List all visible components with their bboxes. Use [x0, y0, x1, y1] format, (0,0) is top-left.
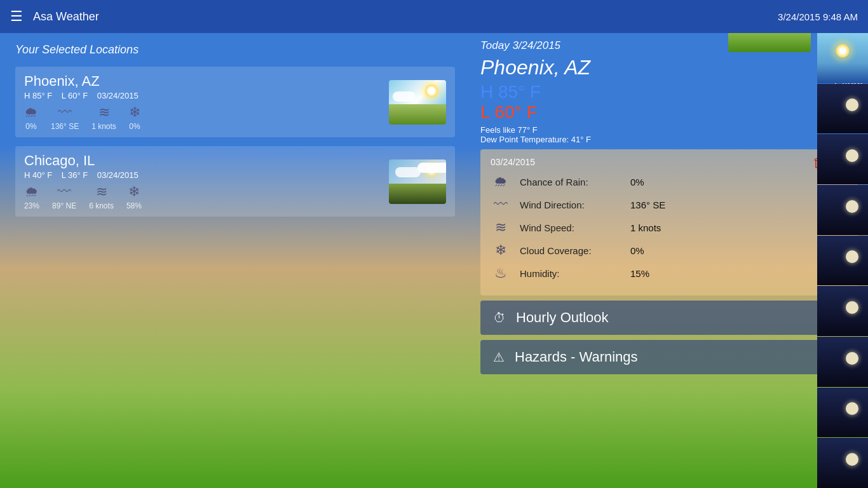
- wind-speed-value: 1 knots: [630, 222, 661, 233]
- wind-dir-value: 136° SE: [630, 200, 665, 210]
- detail-row-rain: 🌧 Chance of Rain: 0%: [491, 173, 848, 190]
- rain-value: 0%: [630, 177, 644, 187]
- datetime: 3/24/2015 9:48 AM: [778, 11, 858, 22]
- wind-dir-icon-chicago: 〰: [57, 184, 71, 200]
- hazards-label: Hazards - Warnings: [515, 349, 825, 365]
- location-thumb-chicago: [389, 159, 446, 204]
- cloud-label: Cloud Coverage:: [520, 245, 621, 256]
- temp-high: H 85° F: [480, 82, 858, 102]
- location-temps-phoenix: H 85° F L 60° F 03/24/2015: [24, 91, 383, 100]
- stat-wind-speed-chicago: ≋ 6 knots: [89, 184, 114, 210]
- detail-row-wind-dir: 〰 Wind Direction: 136° SE: [491, 196, 848, 213]
- cloud-detail-icon: ❄: [491, 242, 511, 259]
- humidity-detail-icon: ♨: [491, 265, 511, 281]
- strip-item-7[interactable]: [817, 337, 868, 387]
- wind-speed-detail-icon: ≋: [491, 219, 511, 236]
- rain-detail-icon: 🌧: [491, 173, 511, 190]
- thumbnail-strip: [817, 33, 868, 488]
- location-temps-chicago: H 40° F L 36° F 03/24/2015: [24, 170, 383, 180]
- section-title: Your Selected Locations: [15, 43, 455, 57]
- stat-wind-dir-phoenix: 〰 136° SE: [51, 104, 79, 131]
- temp-low: L 60° F: [480, 102, 858, 123]
- strip-item-6[interactable]: [817, 286, 868, 336]
- detail-date: 03/24/2015: [491, 157, 848, 167]
- weather-image-large: [728, 33, 811, 52]
- rain-label: Chance of Rain:: [520, 177, 621, 187]
- wind-speed-icon-phoenix: ≋: [98, 104, 110, 121]
- detail-row-cloud: ❄ Cloud Coverage: 0%: [491, 242, 848, 259]
- warning-icon: ⚠: [493, 349, 505, 365]
- location-stats-phoenix: 🌧 0% 〰 136° SE ≋ 1 knots ❄ 0%: [24, 104, 383, 131]
- feels-like: Feels like 77° F: [480, 125, 858, 135]
- detail-row-wind-speed: ≋ Wind Speed: 1 knots: [491, 219, 848, 236]
- city-name: Phoenix, AZ: [480, 56, 858, 79]
- rain-icon-chicago: 🌧: [25, 184, 39, 200]
- cloud-icon-phoenix: ❄: [129, 104, 140, 121]
- location-stats-chicago: 🌧 23% 〰 89° NE ≋ 6 knots ❄ 58%: [24, 184, 383, 210]
- location-name-phoenix: Phoenix, AZ: [24, 73, 383, 90]
- cloud-icon-chicago: ❄: [128, 184, 140, 200]
- clock-icon: ⏱: [493, 311, 506, 325]
- strip-item-9[interactable]: [817, 438, 868, 488]
- hourly-outlook-label: Hourly Outlook: [516, 309, 825, 326]
- stat-cloud-chicago: ❄ 58%: [126, 184, 142, 210]
- detail-panel: 03/24/2015 🗑 📌 🌧 Chance of Rain: 0% 〰 Wi…: [480, 149, 858, 295]
- stat-rain-phoenix: 🌧 0%: [24, 104, 38, 131]
- stat-wind-speed-phoenix: ≋ 1 knots: [92, 104, 116, 131]
- stat-cloud-phoenix: ❄ 0%: [129, 104, 140, 131]
- cloud-value: 0%: [630, 245, 644, 256]
- location-card-phoenix[interactable]: Phoenix, AZ H 85° F L 60° F 03/24/2015 🌧…: [15, 67, 455, 137]
- topbar: ☰ Asa Weather 3/24/2015 9:48 AM: [0, 0, 868, 33]
- right-panel: Today 3/24/2015 Phoenix, AZ H 85° F L 60…: [470, 33, 868, 488]
- strip-item-3[interactable]: [817, 134, 868, 184]
- strip-item-5[interactable]: [817, 236, 868, 286]
- strip-item-4[interactable]: [817, 185, 868, 235]
- hazards-section[interactable]: ⚠ Hazards - Warnings ∨: [480, 340, 858, 374]
- strip-item-1[interactable]: [817, 33, 868, 83]
- wind-speed-label: Wind Speed:: [520, 222, 621, 233]
- location-name-chicago: Chicago, IL: [24, 152, 383, 169]
- menu-button[interactable]: ☰: [10, 8, 23, 25]
- hourly-outlook-section[interactable]: ⏱ Hourly Outlook ∨: [480, 301, 858, 335]
- location-card-chicago[interactable]: Chicago, IL H 40° F L 36° F 03/24/2015 🌧…: [15, 146, 455, 217]
- dew-point: Dew Point Temperature: 41° F: [480, 135, 858, 144]
- stat-wind-dir-chicago: 〰 89° NE: [52, 184, 76, 210]
- detail-row-humidity: ♨ Humidity: 15%: [491, 265, 848, 281]
- strip-item-8[interactable]: [817, 388, 868, 438]
- wind-dir-label: Wind Direction:: [520, 200, 621, 210]
- left-panel: Your Selected Locations Phoenix, AZ H 85…: [0, 33, 470, 488]
- strip-item-2[interactable]: [817, 84, 868, 134]
- wind-dir-detail-icon: 〰: [491, 196, 511, 213]
- main-content: Your Selected Locations Phoenix, AZ H 85…: [0, 33, 868, 488]
- wind-dir-icon-phoenix: 〰: [58, 104, 72, 121]
- stat-rain-chicago: 🌧 23%: [24, 184, 39, 210]
- location-info-phoenix: Phoenix, AZ H 85° F L 60° F 03/24/2015 🌧…: [24, 73, 383, 131]
- app-title: Asa Weather: [33, 10, 99, 24]
- location-info-chicago: Chicago, IL H 40° F L 36° F 03/24/2015 🌧…: [24, 152, 383, 210]
- wind-speed-icon-chicago: ≋: [96, 184, 107, 200]
- location-thumb-phoenix: [389, 80, 446, 125]
- humidity-label: Humidity:: [520, 268, 621, 279]
- humidity-value: 15%: [630, 268, 649, 279]
- rain-icon-phoenix: 🌧: [24, 104, 38, 121]
